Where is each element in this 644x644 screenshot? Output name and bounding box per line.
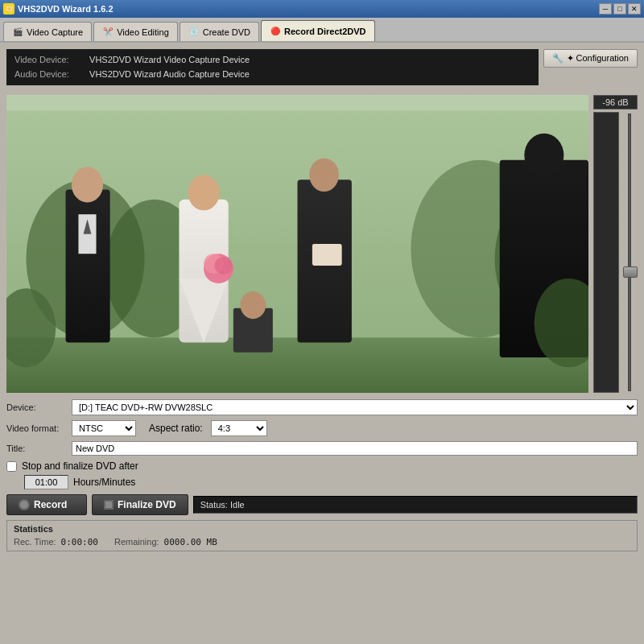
- svg-rect-6: [66, 190, 110, 343]
- audio-meter-track: [593, 112, 619, 393]
- video-device-value: VHS2DVD Wizard Video Capture Device: [89, 55, 250, 64]
- tab-create-dvd[interactable]: 💿 Create DVD: [180, 22, 259, 41]
- window-title: VHS2DVD Wizard 1.6.2: [18, 4, 114, 14]
- record-icon: [19, 499, 30, 510]
- create-dvd-icon: 💿: [188, 27, 200, 38]
- stop-finalize-label: Stop and finalize DVD after: [22, 460, 138, 472]
- device-field-label: Device:: [6, 402, 67, 412]
- svg-rect-18: [312, 244, 342, 266]
- main-content: Video Device: VHS2DVD Wizard Video Captu…: [0, 43, 644, 644]
- time-unit-label: Hours/Minutes: [73, 477, 135, 488]
- aspect-ratio-select[interactable]: 4:3 16:9: [211, 420, 267, 436]
- aspect-ratio-label: Aspect ratio:: [149, 423, 203, 434]
- app-icon: 📀: [3, 3, 14, 14]
- remaining-value: 0000.00 MB: [164, 537, 217, 547]
- audio-device-label: Audio Device:: [14, 68, 87, 82]
- rec-time-label: Rec. Time:: [14, 537, 56, 547]
- video-editing-icon: ✂️: [102, 27, 114, 38]
- statistics-box: Statistics Rec. Time: 0:00:00 Remaining:…: [6, 520, 638, 551]
- video-capture-icon: 🎬: [12, 27, 23, 38]
- remaining-label: Remaining:: [114, 537, 159, 547]
- video-preview: [6, 95, 588, 393]
- preview-image: [6, 95, 588, 393]
- record-button[interactable]: Record: [6, 494, 87, 515]
- status-label: Status:: [200, 500, 228, 510]
- audio-device-value: VHS2DVD Wizard Audio Capture Device: [89, 69, 250, 79]
- video-format-select[interactable]: NTSC PAL SECAM: [72, 420, 136, 436]
- device-info-bar: Video Device: VHS2DVD Wizard Video Captu…: [6, 49, 539, 85]
- status-value: Idle: [230, 500, 245, 510]
- tab-bar: 🎬 Video Capture ✂️ Video Editing 💿 Creat…: [0, 18, 644, 43]
- tab-video-capture[interactable]: 🎬 Video Capture: [3, 22, 92, 41]
- video-format-label: Video format:: [6, 423, 67, 433]
- rec-time-value: 0:00:00: [61, 537, 98, 547]
- title-bar: 📀 VHS2DVD Wizard 1.6.2 ─ □ ✕: [0, 0, 644, 18]
- svg-point-15: [215, 257, 233, 275]
- statistics-title: Statistics: [14, 524, 630, 534]
- audio-level-display: -96 dB: [593, 95, 638, 109]
- audio-meter: -96 dB: [593, 95, 638, 393]
- svg-point-22: [240, 291, 266, 319]
- svg-point-17: [309, 159, 339, 192]
- device-select[interactable]: [D:] TEAC DVD+-RW DVW28SLC: [72, 399, 638, 415]
- close-button[interactable]: ✕: [628, 3, 641, 14]
- finalize-icon: [104, 500, 114, 510]
- status-bar: Status: Idle: [193, 496, 638, 514]
- video-device-label: Video Device:: [14, 53, 87, 68]
- title-field-label: Title:: [6, 444, 67, 453]
- title-input[interactable]: [72, 441, 638, 456]
- svg-point-20: [524, 134, 564, 177]
- tab-record-direct2dvd[interactable]: 🔴 Record Direct2DVD: [261, 20, 374, 41]
- configuration-button[interactable]: 🔧 ✦ Configuration: [543, 49, 638, 68]
- stop-finalize-checkbox[interactable]: [6, 461, 17, 472]
- record-direct-icon: 🔴: [270, 26, 281, 37]
- maximize-button[interactable]: □: [613, 3, 626, 14]
- tab-video-editing[interactable]: ✂️ Video Editing: [93, 22, 178, 41]
- audio-slider-thumb[interactable]: [623, 266, 638, 278]
- svg-rect-25: [6, 95, 588, 111]
- svg-point-7: [72, 167, 103, 203]
- config-wrench-icon: 🔧: [552, 53, 564, 64]
- finalize-dvd-button[interactable]: Finalize DVD: [92, 494, 188, 515]
- time-input[interactable]: 01:00: [24, 475, 68, 489]
- svg-point-12: [188, 175, 219, 210]
- minimize-button[interactable]: ─: [599, 3, 612, 14]
